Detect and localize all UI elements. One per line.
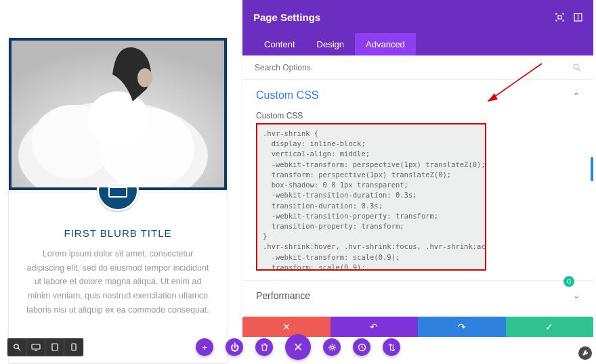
close-icon: ✕: [282, 321, 291, 332]
chevron-up-icon: ⌄: [573, 91, 580, 100]
svg-rect-13: [558, 16, 561, 19]
field-label-custom-css: Custom CSS: [256, 111, 580, 120]
section-custom-css-title: Custom CSS: [256, 89, 318, 101]
add-button[interactable]: +: [196, 338, 213, 356]
history-button[interactable]: [353, 338, 370, 356]
settings-button[interactable]: [323, 338, 341, 356]
svg-point-5: [88, 91, 149, 145]
trash-icon: [261, 343, 268, 351]
plus-icon: +: [202, 342, 207, 352]
tab-bar: Content Design Advanced: [253, 33, 582, 55]
card-body-text: Lorem ipsum dolor sit amet, consectetur …: [24, 247, 212, 317]
clock-icon: [358, 343, 366, 352]
section-performance-title: Performance: [256, 290, 310, 301]
close-builder-button[interactable]: ✕: [285, 334, 311, 360]
focus-icon[interactable]: [555, 13, 564, 22]
preview-card: FIRST BLURB TITLE Lorem ipsum dolor sit …: [9, 38, 227, 363]
search-bar: [242, 55, 593, 80]
tab-advanced[interactable]: Advanced: [355, 33, 416, 55]
svg-point-16: [574, 64, 578, 69]
window-icon: [108, 183, 127, 198]
redo-icon: ↷: [458, 321, 466, 332]
tab-design[interactable]: Design: [306, 33, 355, 55]
sort-button[interactable]: ⇅: [383, 338, 400, 356]
power-button[interactable]: ⏻: [226, 338, 243, 356]
custom-css-editor[interactable]: .hvr-shrink { display: inline-block; ver…: [256, 123, 486, 271]
section-performance-header[interactable]: Performance ⌄: [242, 280, 593, 311]
power-icon: ⏻: [230, 342, 239, 352]
corner-settings-button[interactable]: [578, 346, 592, 360]
svg-line-17: [578, 68, 580, 71]
scroll-indicator[interactable]: [591, 157, 593, 181]
settings-panel: Page Settings Content Design Advanced: [242, 0, 593, 337]
gear-icon: [328, 343, 337, 352]
panel-header: Page Settings Content Design Advanced: [242, 0, 593, 55]
floating-toolbar: + ⏻ ✕ ⇅: [0, 334, 596, 360]
card-image: [12, 41, 224, 187]
close-icon: ✕: [293, 340, 303, 355]
tab-content[interactable]: Content: [253, 33, 306, 55]
card-title: FIRST BLURB TITLE: [22, 227, 213, 239]
check-icon: ✓: [545, 321, 553, 332]
search-icon[interactable]: [572, 63, 581, 72]
card-image-frame: [9, 38, 227, 190]
chevron-down-icon: ⌄: [573, 291, 580, 300]
grammarly-badge[interactable]: G: [563, 276, 574, 287]
wrench-icon: [582, 350, 589, 357]
svg-point-6: [137, 68, 152, 87]
sort-icon: ⇅: [388, 342, 396, 352]
panel-title: Page Settings: [253, 12, 320, 23]
expand-icon[interactable]: [574, 13, 582, 22]
undo-icon: ↶: [370, 321, 378, 332]
delete-button[interactable]: [255, 338, 273, 356]
search-input[interactable]: [255, 63, 572, 72]
svg-point-20: [331, 346, 333, 348]
section-custom-css-header[interactable]: Custom CSS ⌄: [256, 89, 580, 101]
